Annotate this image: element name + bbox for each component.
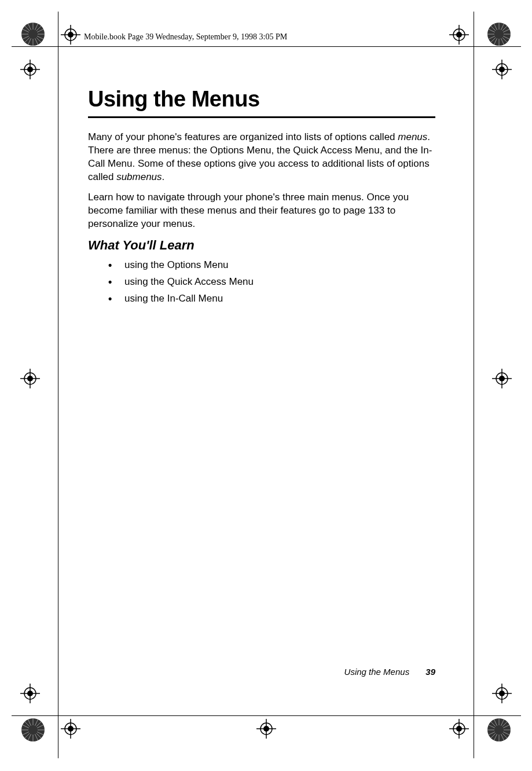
chapter-title: Using the Menus [88, 87, 435, 112]
frame-left-line [58, 12, 58, 758]
regmark-bottom-center-icon [256, 719, 276, 739]
footer-page-number: 39 [425, 667, 435, 677]
section-heading: What You'll Learn [88, 238, 435, 253]
intro-paragraph-1: Many of your phone's features are organi… [88, 131, 435, 184]
regmark-bottom-left-icon [61, 719, 80, 739]
title-rule [88, 116, 435, 118]
ornament-top-right-icon [487, 22, 511, 46]
list-item: using the Options Menu [108, 259, 435, 271]
regmark-left-mid-icon [20, 369, 40, 388]
frame-top-line [12, 46, 521, 47]
regmark-right-lower-icon [492, 684, 512, 703]
ornament-bottom-left-icon [21, 718, 45, 742]
regmark-bottom-right-icon [449, 719, 469, 739]
bullet-list: using the Options Menu using the Quick A… [88, 259, 435, 305]
regmark-left-lower-icon [20, 684, 40, 703]
intro-paragraph-2: Learn how to navigate through your phone… [88, 191, 435, 231]
frame-right-line [474, 12, 474, 758]
list-item: using the In-Call Menu [108, 292, 435, 305]
para1-italic-submenus: submenus [116, 171, 162, 182]
regmark-top-right-icon [449, 25, 469, 45]
ornament-top-left-icon [21, 22, 45, 46]
frame-bottom-line [12, 715, 521, 716]
running-head: Mobile.book Page 39 Wednesday, September… [84, 32, 287, 42]
regmark-right-upper-icon [492, 60, 512, 79]
page-footer: Using the Menus 39 [344, 667, 435, 677]
footer-section-name: Using the Menus [344, 667, 410, 677]
page-content: Using the Menus Many of your phone's fea… [88, 87, 435, 309]
regmark-right-mid-icon [492, 369, 512, 388]
para1-italic-menus: menus [398, 131, 427, 142]
list-item: using the Quick Access Menu [108, 276, 435, 288]
para1-text-1: Many of your phone's features are organi… [88, 131, 398, 142]
regmark-left-upper-icon [20, 60, 40, 79]
regmark-top-left-icon [61, 25, 80, 45]
ornament-bottom-right-icon [487, 718, 511, 742]
para1-text-3: . [162, 171, 165, 182]
